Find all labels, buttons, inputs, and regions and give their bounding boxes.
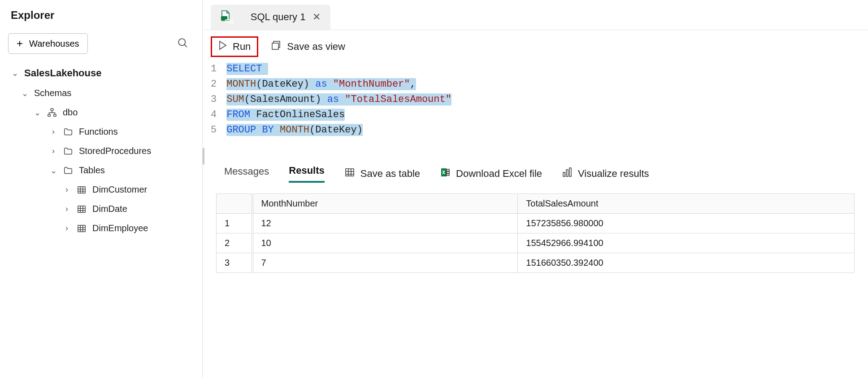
svg-rect-31 xyxy=(447,171,449,173)
svg-rect-30 xyxy=(447,169,449,171)
svg-rect-23 xyxy=(272,43,278,49)
tree-node-dbo[interactable]: ⌄ dbo xyxy=(8,103,194,122)
svg-rect-4 xyxy=(54,114,56,116)
tree-label: SalesLakehouse xyxy=(24,67,101,79)
svg-marker-21 xyxy=(220,41,226,49)
tab-sql-query-1[interactable]: SQL SQL query 1 ✕ xyxy=(211,4,330,30)
column-header[interactable]: TotalSalesAmount xyxy=(518,194,855,214)
tree-label: Tables xyxy=(79,165,105,176)
svg-line-1 xyxy=(184,44,187,47)
play-icon xyxy=(218,40,227,53)
explorer-tree: ⌄ SalesLakehouse ⌄ Schemas ⌄ dbo › Funct… xyxy=(8,63,194,238)
line-gutter: 1 2 3 4 5 xyxy=(211,62,226,138)
add-warehouses-button[interactable]: + Warehouses xyxy=(8,33,88,54)
svg-rect-5 xyxy=(78,186,86,193)
cell-month: 7 xyxy=(252,253,518,273)
main-panel: SQL SQL query 1 ✕ Run Save as view 1 2 3… xyxy=(203,0,868,378)
tree-label: Functions xyxy=(79,127,118,137)
svg-rect-32 xyxy=(447,174,449,176)
folder-icon xyxy=(63,127,74,137)
chevron-down-icon: ⌄ xyxy=(49,166,57,176)
save-as-view-button[interactable]: Save as view xyxy=(271,40,345,53)
chevron-down-icon: ⌄ xyxy=(21,88,29,98)
tree-label: dbo xyxy=(63,107,78,118)
run-button[interactable]: Run xyxy=(211,36,258,57)
tree-label: DimCustomer xyxy=(92,185,147,195)
tree-node-table[interactable]: › DimEmployee xyxy=(8,219,194,238)
tree-node-tables[interactable]: ⌄ Tables xyxy=(8,161,194,180)
chevron-down-icon: ⌄ xyxy=(33,108,41,118)
tree-node-schemas[interactable]: ⌄ Schemas xyxy=(8,84,194,103)
sql-editor[interactable]: 1 2 3 4 5 SELECT MONTH(DateKey) as "Mont… xyxy=(203,61,868,156)
save-as-view-label: Save as view xyxy=(287,41,345,53)
editor-toolbar: Run Save as view xyxy=(203,30,868,61)
chevron-right-icon: › xyxy=(63,224,71,233)
folder-icon xyxy=(63,166,74,176)
cell-month: 10 xyxy=(252,233,518,253)
add-warehouses-label: Warehouses xyxy=(29,39,79,49)
svg-rect-35 xyxy=(569,168,571,176)
table-icon xyxy=(344,167,355,180)
code-area[interactable]: SELECT MONTH(DateKey) as "MonthNumber", … xyxy=(226,62,451,138)
svg-rect-33 xyxy=(563,172,565,176)
tab-bar: SQL SQL query 1 ✕ xyxy=(203,0,868,30)
tree-node-storedprocedures[interactable]: › StoredProcedures xyxy=(8,141,194,161)
tree-label: StoredProcedures xyxy=(79,146,151,156)
svg-rect-3 xyxy=(48,114,51,116)
chevron-right-icon: › xyxy=(63,204,71,214)
visualize-results-button[interactable]: Visualize results xyxy=(562,167,649,180)
svg-rect-2 xyxy=(51,108,53,110)
stack-icon xyxy=(271,40,282,53)
tab-label: SQL query 1 xyxy=(251,11,306,23)
cell-amount: 151660350.392400 xyxy=(518,253,855,273)
svg-rect-15 xyxy=(78,225,86,232)
tab-results[interactable]: Results xyxy=(289,165,324,183)
table-row[interactable]: 1 12 157235856.980000 xyxy=(217,214,855,233)
bar-chart-icon xyxy=(562,167,573,180)
sql-file-icon: SQL xyxy=(221,10,243,24)
run-label: Run xyxy=(233,41,251,53)
row-number: 2 xyxy=(217,233,252,253)
svg-rect-24 xyxy=(346,169,354,176)
close-icon[interactable]: ✕ xyxy=(312,11,321,23)
table-row[interactable]: 3 7 151660350.392400 xyxy=(217,253,855,273)
cell-amount: 155452966.994100 xyxy=(518,233,855,253)
results-toolbar: Messages Results Save as table Download … xyxy=(203,158,868,189)
results-table: MonthNumber TotalSalesAmount 1 12 157235… xyxy=(216,193,855,273)
chevron-right-icon: › xyxy=(49,146,57,156)
table-row[interactable]: 2 10 155452966.994100 xyxy=(217,233,855,253)
chevron-right-icon: › xyxy=(49,127,57,136)
tree-node-functions[interactable]: › Functions xyxy=(8,122,194,141)
row-number: 3 xyxy=(217,253,252,273)
tree-node-table[interactable]: › DimCustomer xyxy=(8,180,194,199)
svg-point-0 xyxy=(178,39,185,45)
tab-messages[interactable]: Messages xyxy=(224,166,269,182)
folder-icon xyxy=(63,146,74,156)
table-icon xyxy=(76,224,87,233)
table-icon xyxy=(76,204,87,214)
cell-amount: 157235856.980000 xyxy=(518,214,855,233)
tree-label: Schemas xyxy=(34,88,71,98)
tree-root-saleslakehouse[interactable]: ⌄ SalesLakehouse xyxy=(8,63,194,84)
save-as-table-button[interactable]: Save as table xyxy=(344,167,420,180)
tree-label: DimDate xyxy=(92,204,127,214)
plus-icon: + xyxy=(17,38,23,49)
schema-icon xyxy=(47,108,57,118)
search-icon[interactable] xyxy=(177,37,194,50)
split-handle[interactable] xyxy=(203,156,868,158)
cell-month: 12 xyxy=(252,214,518,233)
column-header-rownum[interactable] xyxy=(217,194,252,214)
row-number: 1 xyxy=(217,214,252,233)
explorer-sidebar: Explorer + Warehouses ⌄ SalesLakehouse ⌄… xyxy=(0,0,203,378)
excel-icon xyxy=(440,167,451,180)
explorer-title: Explorer xyxy=(8,9,194,22)
svg-rect-34 xyxy=(566,170,568,176)
download-excel-button[interactable]: Download Excel file xyxy=(440,167,542,180)
tree-node-table[interactable]: › DimDate xyxy=(8,199,194,219)
chevron-down-icon: ⌄ xyxy=(11,68,19,78)
svg-rect-10 xyxy=(78,206,86,212)
column-header[interactable]: MonthNumber xyxy=(252,194,518,214)
chevron-right-icon: › xyxy=(63,185,71,194)
tree-label: DimEmployee xyxy=(92,223,148,233)
table-icon xyxy=(76,185,87,195)
